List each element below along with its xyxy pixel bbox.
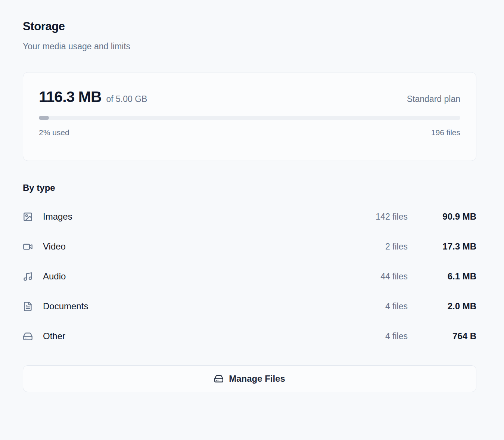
type-row-documents: Documents4 files2.0 MB: [23, 291, 476, 321]
file-text-icon: [23, 301, 33, 312]
type-label: Audio: [43, 271, 66, 282]
by-type-list: Images142 files90.9 MBVideo2 files17.3 M…: [23, 202, 476, 351]
type-row-audio: Audio44 files6.1 MB: [23, 261, 476, 291]
manage-files-label: Manage Files: [229, 374, 285, 384]
page-subtitle: Your media usage and limits: [23, 42, 476, 51]
type-file-count: 2 files: [385, 242, 408, 252]
hard-drive-icon: [214, 374, 224, 384]
type-label: Documents: [43, 301, 88, 312]
percent-used-label: 2% used: [39, 128, 69, 137]
used-amount: 116.3 MB: [39, 88, 102, 106]
image-icon: [23, 212, 33, 222]
by-type-heading: By type: [23, 183, 476, 193]
usage-header: 116.3 MB of 5.00 GB Standard plan: [39, 72, 460, 106]
hard-drive-icon: [23, 331, 33, 341]
total-capacity: of 5.00 GB: [106, 94, 147, 104]
type-size: 90.9 MB: [408, 211, 476, 222]
usage-card: 116.3 MB of 5.00 GB Standard plan 2% use…: [23, 72, 476, 161]
type-file-count: 44 files: [380, 272, 408, 282]
type-label: Video: [43, 241, 66, 252]
usage-amounts: 116.3 MB of 5.00 GB: [39, 88, 147, 106]
video-icon: [23, 242, 33, 252]
plan-label: Standard plan: [407, 94, 460, 104]
type-row-other: Other4 files764 B: [23, 321, 476, 351]
type-label: Images: [43, 211, 72, 222]
type-label: Other: [43, 331, 65, 341]
storage-progress-bar: [39, 116, 460, 120]
total-files-label: 196 files: [431, 128, 460, 137]
music-icon: [23, 272, 33, 282]
usage-footer: 2% used 196 files: [39, 128, 460, 137]
type-size: 17.3 MB: [408, 241, 476, 252]
type-size: 6.1 MB: [408, 271, 476, 282]
type-file-count: 142 files: [376, 212, 408, 222]
page-title: Storage: [23, 0, 476, 34]
type-row-video: Video2 files17.3 MB: [23, 232, 476, 261]
type-row-images: Images142 files90.9 MB: [23, 202, 476, 232]
type-size: 764 B: [408, 331, 476, 341]
type-file-count: 4 files: [385, 331, 408, 341]
storage-panel: Storage Your media usage and limits 116.…: [23, 0, 476, 392]
type-file-count: 4 files: [385, 301, 408, 312]
storage-progress-fill: [39, 116, 49, 120]
manage-files-button[interactable]: Manage Files: [23, 365, 476, 392]
type-size: 2.0 MB: [408, 301, 476, 312]
